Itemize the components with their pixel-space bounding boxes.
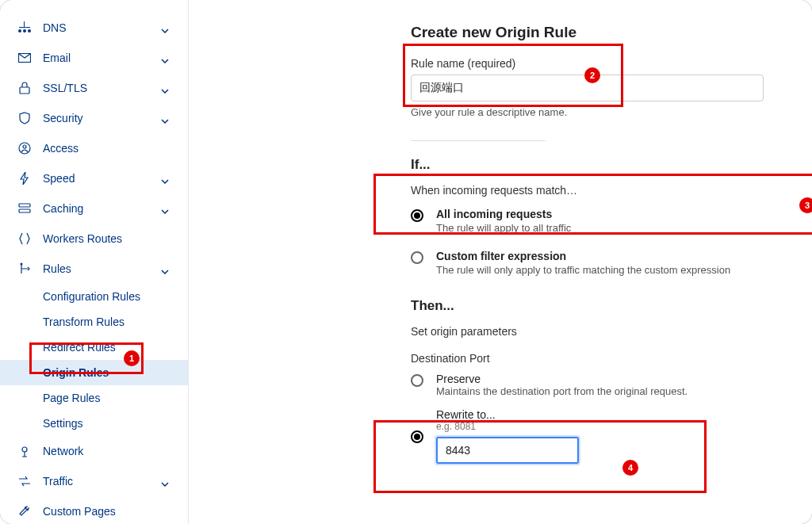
svg-point-12 <box>21 263 23 266</box>
sidebar-subitem-origin-rules[interactable]: Origin Rules <box>0 360 188 385</box>
radio-button[interactable] <box>411 430 423 443</box>
sidebar-item-label: Access <box>43 142 170 155</box>
chevron-down-icon <box>161 204 170 213</box>
traffic-icon <box>17 474 32 488</box>
sidebar-item-label: Workers Routes <box>43 232 170 245</box>
page-title: Create new Origin Rule <box>411 24 796 41</box>
cache-icon <box>17 201 32 216</box>
svg-rect-10 <box>19 204 30 207</box>
sidebar-subitem-configuration-rules[interactable]: Configuration Rules <box>0 284 188 309</box>
dest-port-label: Destination Port <box>411 352 796 365</box>
port-input[interactable] <box>436 437 579 464</box>
main-content: Create new Origin Rule Rule name (requir… <box>189 0 812 524</box>
radio-rewrite[interactable]: Rewrite to... e.g. 8081 <box>411 408 796 464</box>
access-icon <box>17 141 32 155</box>
divider <box>411 140 546 141</box>
sidebar-item-access[interactable]: Access <box>0 133 188 163</box>
sidebar-item-caching[interactable]: Caching <box>0 193 188 224</box>
sidebar: DNS Email SSL/TLS Security Access Speed <box>0 0 189 524</box>
radio-custom-filter[interactable]: Custom filter expression The rule will o… <box>411 250 796 276</box>
rules-icon <box>17 262 32 276</box>
sidebar-item-traffic[interactable]: Traffic <box>0 466 188 496</box>
rules-subitems: Configuration Rules Transform Rules Redi… <box>0 284 188 436</box>
sidebar-item-email[interactable]: Email <box>0 43 188 73</box>
radio-button[interactable] <box>411 374 423 387</box>
radio-all-title: All incoming requests <box>436 208 796 220</box>
chevron-down-icon <box>161 113 170 123</box>
radio-custom-desc: The rule will only apply to traffic matc… <box>436 264 796 276</box>
sidebar-item-dns[interactable]: DNS <box>0 13 188 43</box>
svg-rect-5 <box>24 21 25 24</box>
sidebar-item-workers[interactable]: Workers Routes <box>0 224 188 254</box>
then-section: Then... Set origin parameters Destinatio… <box>411 298 796 464</box>
svg-rect-0 <box>19 27 30 28</box>
radio-preserve[interactable]: Preserve Maintains the destination port … <box>411 373 796 397</box>
chevron-down-icon <box>161 174 170 183</box>
svg-rect-7 <box>20 87 29 94</box>
sidebar-item-label: Email <box>43 52 161 64</box>
svg-point-13 <box>22 447 27 452</box>
sidebar-item-custom-pages[interactable]: Custom Pages <box>0 496 188 524</box>
chevron-down-icon <box>161 83 170 93</box>
then-heading: Then... <box>411 298 796 314</box>
sidebar-subitem-page-rules[interactable]: Page Rules <box>0 385 188 411</box>
bolt-icon <box>17 171 32 186</box>
chevron-down-icon <box>161 23 170 33</box>
sidebar-item-ssl[interactable]: SSL/TLS <box>0 73 188 103</box>
sidebar-item-label: Custom Pages <box>43 505 170 518</box>
sidebar-subitem-redirect-rules[interactable]: Redirect Rules <box>0 335 188 360</box>
wrench-icon <box>17 504 32 518</box>
if-heading: If... <box>411 157 796 173</box>
sidebar-item-rules[interactable]: Rules <box>0 254 188 284</box>
radio-all-requests[interactable]: All incoming requests The rule will appl… <box>411 208 796 234</box>
chevron-down-icon <box>161 476 170 486</box>
sidebar-item-label: Rules <box>43 262 161 275</box>
rule-name-hint: Give your rule a descriptive name. <box>411 106 796 118</box>
lock-icon <box>17 81 32 95</box>
radio-button[interactable] <box>411 251 423 264</box>
sidebar-item-network[interactable]: Network <box>0 436 188 466</box>
radio-button[interactable] <box>411 209 423 222</box>
sidebar-item-label: Security <box>43 112 161 124</box>
rule-name-label: Rule name (required) <box>411 57 796 70</box>
preserve-desc: Maintains the destination port from the … <box>436 385 796 397</box>
radio-all-desc: The rule will apply to all traffic <box>436 222 796 234</box>
sidebar-item-label: Caching <box>43 202 161 215</box>
sidebar-item-speed[interactable]: Speed <box>0 163 188 193</box>
sidebar-item-label: Network <box>43 445 170 457</box>
sidebar-item-label: SSL/TLS <box>43 82 161 94</box>
rule-name-input[interactable] <box>411 75 764 101</box>
sidebar-item-label: DNS <box>43 21 161 34</box>
svg-point-9 <box>23 145 26 148</box>
rule-name-section: Rule name (required) Give your rule a de… <box>411 57 796 118</box>
shield-icon <box>17 111 32 125</box>
svg-rect-11 <box>19 209 30 212</box>
sidebar-item-label: Speed <box>43 172 161 185</box>
sidebar-item-security[interactable]: Security <box>0 103 188 133</box>
workers-icon <box>17 231 32 246</box>
sidebar-item-label: Traffic <box>43 475 161 488</box>
email-icon <box>17 51 32 65</box>
svg-point-2 <box>18 29 21 33</box>
rewrite-example: e.g. 8081 <box>436 421 796 432</box>
svg-point-3 <box>23 29 26 33</box>
chevron-up-icon <box>161 264 170 273</box>
preserve-label: Preserve <box>436 373 796 385</box>
sidebar-subitem-settings[interactable]: Settings <box>0 411 188 436</box>
if-section: If... When incoming requests match… All … <box>411 157 796 276</box>
rewrite-label: Rewrite to... <box>436 408 796 421</box>
svg-point-4 <box>28 29 31 33</box>
network-icon <box>17 444 32 458</box>
chevron-down-icon <box>161 53 170 63</box>
radio-custom-title: Custom filter expression <box>436 250 796 262</box>
if-subheading: When incoming requests match… <box>411 184 796 197</box>
dns-icon <box>17 21 32 35</box>
then-sub: Set origin parameters <box>411 325 796 338</box>
sidebar-subitem-transform-rules[interactable]: Transform Rules <box>0 309 188 335</box>
